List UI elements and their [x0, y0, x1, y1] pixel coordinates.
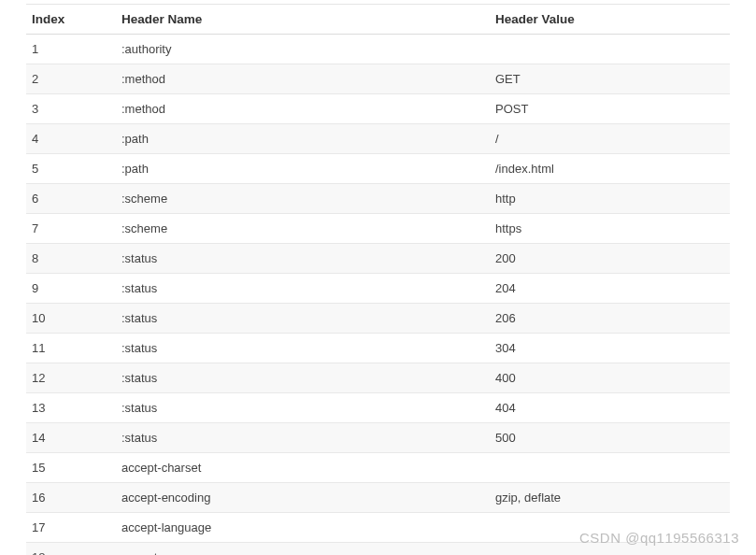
- cell-index: 6: [26, 184, 116, 214]
- cell-header-value: 500: [490, 423, 730, 453]
- table-row: 3:methodPOST: [26, 94, 730, 124]
- cell-header-value: 206: [490, 304, 730, 334]
- cell-header-value: 400: [490, 363, 730, 393]
- table-row: 8:status200: [26, 244, 730, 274]
- table-row: 2:methodGET: [26, 64, 730, 94]
- cell-header-name: :status: [116, 423, 490, 453]
- table-body: 1:authority2:methodGET3:methodPOST4:path…: [26, 35, 730, 556]
- col-index: Index: [26, 5, 116, 35]
- col-value: Header Value: [490, 5, 730, 35]
- cell-index: 18: [26, 543, 116, 556]
- cell-header-name: :status: [116, 274, 490, 304]
- cell-header-name: accept-encoding: [116, 483, 490, 513]
- cell-index: 3: [26, 94, 116, 124]
- static-header-table: Index Header Name Header Value 1:authori…: [0, 0, 756, 555]
- cell-header-value: gzip, deflate: [490, 483, 730, 513]
- cell-header-value: [490, 543, 730, 556]
- cell-header-name: :path: [116, 124, 490, 154]
- table-row: 17accept-language: [26, 513, 730, 543]
- table-row: 1:authority: [26, 35, 730, 64]
- cell-header-name: :status: [116, 244, 490, 274]
- table-row: 15accept-charset: [26, 453, 730, 483]
- table-row: 11:status304: [26, 334, 730, 363]
- cell-header-value: /: [490, 124, 730, 154]
- cell-header-name: :path: [116, 154, 490, 184]
- cell-index: 17: [26, 513, 116, 543]
- cell-header-name: :method: [116, 64, 490, 94]
- cell-header-name: :status: [116, 363, 490, 393]
- cell-header-name: :scheme: [116, 214, 490, 244]
- table-row: 6:schemehttp: [26, 184, 730, 214]
- table-row: 7:schemehttps: [26, 214, 730, 244]
- cell-header-name: :status: [116, 334, 490, 363]
- cell-header-name: :method: [116, 94, 490, 124]
- cell-header-value: /index.html: [490, 154, 730, 184]
- cell-header-value: 200: [490, 244, 730, 274]
- table-row: 9:status204: [26, 274, 730, 304]
- cell-header-value: http: [490, 184, 730, 214]
- cell-header-value: 404: [490, 393, 730, 423]
- table-row: 12:status400: [26, 363, 730, 393]
- cell-index: 1: [26, 35, 116, 64]
- cell-index: 10: [26, 304, 116, 334]
- cell-header-name: accept-language: [116, 513, 490, 543]
- table-row: 18accept-ranges: [26, 543, 730, 556]
- cell-header-name: accept-charset: [116, 453, 490, 483]
- header-table: Index Header Name Header Value 1:authori…: [26, 4, 730, 555]
- table-row: 4:path/: [26, 124, 730, 154]
- table-row: 10:status206: [26, 304, 730, 334]
- cell-index: 8: [26, 244, 116, 274]
- cell-header-value: 204: [490, 274, 730, 304]
- cell-header-name: :status: [116, 393, 490, 423]
- cell-index: 5: [26, 154, 116, 184]
- cell-header-value: [490, 513, 730, 543]
- table-row: 16accept-encodinggzip, deflate: [26, 483, 730, 513]
- cell-header-name: accept-ranges: [116, 543, 490, 556]
- cell-index: 12: [26, 363, 116, 393]
- cell-index: 16: [26, 483, 116, 513]
- cell-index: 15: [26, 453, 116, 483]
- cell-header-value: GET: [490, 64, 730, 94]
- cell-header-value: [490, 453, 730, 483]
- cell-header-value: https: [490, 214, 730, 244]
- cell-index: 14: [26, 423, 116, 453]
- cell-header-value: 304: [490, 334, 730, 363]
- cell-index: 2: [26, 64, 116, 94]
- cell-index: 11: [26, 334, 116, 363]
- cell-index: 7: [26, 214, 116, 244]
- cell-header-value: [490, 35, 730, 64]
- cell-index: 4: [26, 124, 116, 154]
- table-row: 5:path/index.html: [26, 154, 730, 184]
- table-row: 14:status500: [26, 423, 730, 453]
- table-header-row: Index Header Name Header Value: [26, 5, 730, 35]
- cell-index: 13: [26, 393, 116, 423]
- cell-header-name: :scheme: [116, 184, 490, 214]
- cell-header-value: POST: [490, 94, 730, 124]
- cell-index: 9: [26, 274, 116, 304]
- col-name: Header Name: [116, 5, 490, 35]
- cell-header-name: :authority: [116, 35, 490, 64]
- cell-header-name: :status: [116, 304, 490, 334]
- table-row: 13:status404: [26, 393, 730, 423]
